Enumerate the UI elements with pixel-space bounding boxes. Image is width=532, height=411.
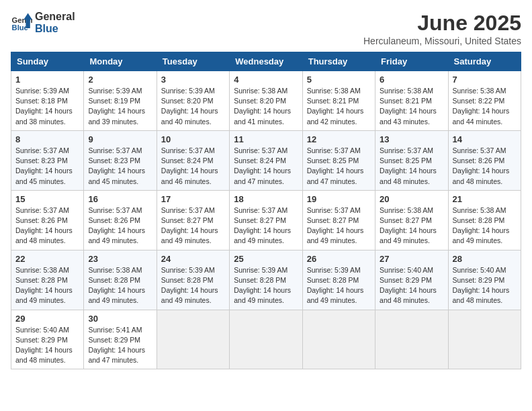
page-header: General Blue General Blue June 2025 Herc… xyxy=(11,11,521,46)
sunset-label: Sunset: 8:27 PM xyxy=(234,216,286,224)
daylight-label: Daylight: 14 hours and 49 minutes. xyxy=(15,286,73,304)
calendar-cell: 25 Sunrise: 5:39 AM Sunset: 8:28 PM Dayl… xyxy=(230,250,302,310)
day-info: Sunrise: 5:37 AM Sunset: 8:26 PM Dayligh… xyxy=(88,205,152,246)
sunrise-label: Sunrise: 5:39 AM xyxy=(161,266,215,274)
calendar-cell xyxy=(157,310,229,369)
day-info: Sunrise: 5:40 AM Sunset: 8:29 PM Dayligh… xyxy=(453,265,517,306)
sunset-label: Sunset: 8:28 PM xyxy=(161,276,214,284)
sunrise-label: Sunrise: 5:37 AM xyxy=(307,146,361,154)
calendar-cell: 22 Sunrise: 5:38 AM Sunset: 8:28 PM Dayl… xyxy=(11,250,84,310)
day-header-thursday: Thursday xyxy=(302,52,375,71)
day-header-monday: Monday xyxy=(84,52,157,71)
day-number: 26 xyxy=(307,254,371,264)
day-info: Sunrise: 5:37 AM Sunset: 8:23 PM Dayligh… xyxy=(88,146,152,187)
logo-icon: General Blue xyxy=(11,12,32,34)
logo: General Blue General Blue xyxy=(11,11,75,35)
day-info: Sunrise: 5:37 AM Sunset: 8:27 PM Dayligh… xyxy=(307,205,371,246)
sunrise-label: Sunrise: 5:39 AM xyxy=(161,87,215,95)
sunrise-label: Sunrise: 5:38 AM xyxy=(380,206,433,214)
month-title: June 2025 xyxy=(363,11,521,36)
calendar-cell: 2 Sunrise: 5:39 AM Sunset: 8:19 PM Dayli… xyxy=(84,71,157,131)
sunrise-label: Sunrise: 5:37 AM xyxy=(88,146,142,154)
sunrise-label: Sunrise: 5:38 AM xyxy=(453,206,506,214)
calendar-cell: 18 Sunrise: 5:37 AM Sunset: 8:27 PM Dayl… xyxy=(230,190,302,250)
day-info: Sunrise: 5:38 AM Sunset: 8:28 PM Dayligh… xyxy=(15,265,79,306)
sunrise-label: Sunrise: 5:41 AM xyxy=(88,326,142,334)
calendar-cell: 13 Sunrise: 5:37 AM Sunset: 8:25 PM Dayl… xyxy=(375,130,448,190)
daylight-label: Daylight: 14 hours and 48 minutes. xyxy=(453,167,510,185)
calendar-week-row: 1 Sunrise: 5:39 AM Sunset: 8:18 PM Dayli… xyxy=(11,71,521,131)
calendar-header-row: SundayMondayTuesdayWednesdayThursdayFrid… xyxy=(11,52,521,71)
sunset-label: Sunset: 8:21 PM xyxy=(380,97,432,105)
day-number: 16 xyxy=(88,194,152,204)
day-info: Sunrise: 5:39 AM Sunset: 8:28 PM Dayligh… xyxy=(161,265,225,306)
day-number: 28 xyxy=(453,254,517,264)
daylight-label: Daylight: 14 hours and 48 minutes. xyxy=(380,167,437,185)
day-header-tuesday: Tuesday xyxy=(157,52,229,71)
sunrise-label: Sunrise: 5:37 AM xyxy=(234,146,287,154)
daylight-label: Daylight: 14 hours and 48 minutes. xyxy=(15,226,73,244)
sunset-label: Sunset: 8:20 PM xyxy=(234,97,286,105)
sunset-label: Sunset: 8:27 PM xyxy=(161,216,214,224)
daylight-label: Daylight: 14 hours and 48 minutes. xyxy=(380,286,437,304)
day-number: 15 xyxy=(15,194,79,204)
sunrise-label: Sunrise: 5:38 AM xyxy=(88,266,142,274)
sunrise-label: Sunrise: 5:39 AM xyxy=(88,87,142,95)
calendar-cell: 8 Sunrise: 5:37 AM Sunset: 8:23 PM Dayli… xyxy=(11,130,84,190)
day-number: 5 xyxy=(307,75,371,85)
day-info: Sunrise: 5:37 AM Sunset: 8:27 PM Dayligh… xyxy=(161,205,225,246)
daylight-label: Daylight: 14 hours and 47 minutes. xyxy=(234,167,291,185)
day-info: Sunrise: 5:40 AM Sunset: 8:29 PM Dayligh… xyxy=(15,325,79,366)
daylight-label: Daylight: 14 hours and 46 minutes. xyxy=(161,167,218,185)
day-info: Sunrise: 5:39 AM Sunset: 8:19 PM Dayligh… xyxy=(88,86,152,127)
day-number: 2 xyxy=(88,75,152,85)
day-number: 11 xyxy=(234,134,298,144)
calendar-cell: 6 Sunrise: 5:38 AM Sunset: 8:21 PM Dayli… xyxy=(375,71,448,131)
sunset-label: Sunset: 8:25 PM xyxy=(380,156,432,165)
sunrise-label: Sunrise: 5:38 AM xyxy=(453,87,506,95)
day-header-sunday: Sunday xyxy=(11,52,84,71)
sunset-label: Sunset: 8:24 PM xyxy=(161,156,214,165)
day-number: 19 xyxy=(307,194,371,204)
location-subtitle: Herculaneum, Missouri, United States xyxy=(363,36,521,46)
day-header-saturday: Saturday xyxy=(448,52,521,71)
daylight-label: Daylight: 14 hours and 38 minutes. xyxy=(15,107,73,125)
day-info: Sunrise: 5:37 AM Sunset: 8:25 PM Dayligh… xyxy=(380,146,443,187)
day-number: 8 xyxy=(15,134,79,144)
day-number: 7 xyxy=(453,75,517,85)
svg-text:Blue: Blue xyxy=(12,24,28,32)
calendar-cell: 11 Sunrise: 5:37 AM Sunset: 8:24 PM Dayl… xyxy=(230,130,302,190)
day-info: Sunrise: 5:39 AM Sunset: 8:20 PM Dayligh… xyxy=(161,86,225,127)
day-info: Sunrise: 5:38 AM Sunset: 8:28 PM Dayligh… xyxy=(453,205,517,246)
sunrise-label: Sunrise: 5:38 AM xyxy=(234,87,287,95)
daylight-label: Daylight: 14 hours and 41 minutes. xyxy=(234,107,291,125)
daylight-label: Daylight: 14 hours and 49 minutes. xyxy=(234,286,291,304)
sunset-label: Sunset: 8:29 PM xyxy=(380,276,432,284)
calendar-cell: 15 Sunrise: 5:37 AM Sunset: 8:26 PM Dayl… xyxy=(11,190,84,250)
daylight-label: Daylight: 14 hours and 49 minutes. xyxy=(380,226,437,244)
daylight-label: Daylight: 14 hours and 40 minutes. xyxy=(161,107,218,125)
sunset-label: Sunset: 8:18 PM xyxy=(15,97,68,105)
sunrise-label: Sunrise: 5:37 AM xyxy=(453,146,506,154)
day-number: 21 xyxy=(453,194,517,204)
day-number: 18 xyxy=(234,194,298,204)
day-info: Sunrise: 5:37 AM Sunset: 8:26 PM Dayligh… xyxy=(453,146,517,187)
sunset-label: Sunset: 8:28 PM xyxy=(234,276,286,284)
sunrise-label: Sunrise: 5:40 AM xyxy=(380,266,433,274)
logo-general: General xyxy=(35,11,75,22)
daylight-label: Daylight: 14 hours and 49 minutes. xyxy=(88,226,145,244)
sunrise-label: Sunrise: 5:39 AM xyxy=(15,87,69,95)
day-number: 23 xyxy=(88,254,152,264)
day-header-wednesday: Wednesday xyxy=(230,52,302,71)
sunset-label: Sunset: 8:21 PM xyxy=(307,97,359,105)
daylight-label: Daylight: 14 hours and 47 minutes. xyxy=(88,346,145,364)
sunset-label: Sunset: 8:24 PM xyxy=(234,156,286,165)
sunset-label: Sunset: 8:28 PM xyxy=(307,276,359,284)
calendar-cell: 5 Sunrise: 5:38 AM Sunset: 8:21 PM Dayli… xyxy=(302,71,375,131)
day-info: Sunrise: 5:39 AM Sunset: 8:18 PM Dayligh… xyxy=(15,86,79,127)
calendar-week-row: 15 Sunrise: 5:37 AM Sunset: 8:26 PM Dayl… xyxy=(11,190,521,250)
day-number: 9 xyxy=(88,134,152,144)
calendar-cell: 24 Sunrise: 5:39 AM Sunset: 8:28 PM Dayl… xyxy=(157,250,229,310)
sunset-label: Sunset: 8:26 PM xyxy=(88,216,140,224)
calendar-cell: 20 Sunrise: 5:38 AM Sunset: 8:27 PM Dayl… xyxy=(375,190,448,250)
